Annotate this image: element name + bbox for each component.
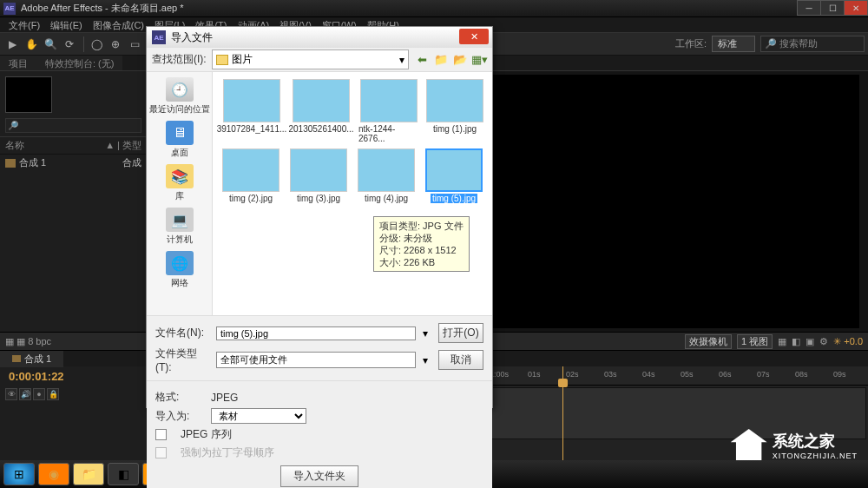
file-item-selected[interactable]: timg (5).jpg bbox=[423, 148, 485, 203]
col-name[interactable]: 名称 bbox=[5, 139, 105, 152]
project-item-name: 合成 1 bbox=[19, 156, 46, 169]
filetype-label: 文件类型(T): bbox=[155, 346, 211, 373]
dialog-titlebar[interactable]: AE 导入文件 ✕ bbox=[147, 27, 492, 48]
search-help-input[interactable]: 🔎 搜索帮助 bbox=[760, 36, 865, 52]
taskbar-explorer[interactable]: 📁 bbox=[73, 463, 104, 485]
jpeg-sequence-label: JPEG 序列 bbox=[181, 427, 232, 442]
grid-icon[interactable]: ▦ bbox=[778, 336, 786, 347]
app-title: Adobe After Effects - 未命名项目.aep * bbox=[21, 2, 184, 15]
dialog-body: 🕘最近访问的位置 🖥桌面 📚库 💻计算机 🌐网络 39107284_1411..… bbox=[147, 72, 492, 315]
filetype-dd-icon[interactable]: ▾ bbox=[423, 354, 428, 366]
folder-dropdown[interactable]: 图片 ▾ bbox=[212, 49, 409, 69]
time-ruler[interactable]: 1:00s 01s 02s 03s 04s 05s 06s 07s 08s 09… bbox=[486, 366, 868, 386]
audio-icon[interactable]: 🔊 bbox=[19, 388, 31, 400]
view-menu-icon[interactable]: ▦▾ bbox=[471, 52, 487, 68]
force-alpha-checkbox[interactable] bbox=[155, 447, 167, 458]
file-item[interactable]: timg (4).jpg bbox=[355, 148, 418, 203]
hand-tool[interactable]: ✋ bbox=[23, 36, 40, 53]
dropdown-arrow-icon: ▾ bbox=[399, 54, 404, 66]
taskbar-app-1[interactable]: ◉ bbox=[38, 463, 69, 485]
format-label: 格式: bbox=[155, 390, 202, 405]
project-tab[interactable]: 项目 bbox=[0, 56, 36, 70]
workspace-label: 工作区: bbox=[675, 37, 707, 50]
shape-tool[interactable]: ▭ bbox=[126, 36, 143, 53]
filename-input[interactable]: timg (5).jpg bbox=[216, 326, 416, 340]
camera-tool[interactable]: ◯ bbox=[88, 36, 105, 53]
effects-tab[interactable]: 特效控制台: (无) bbox=[36, 56, 122, 70]
window-buttons bbox=[798, 0, 868, 16]
back-icon[interactable]: ⬅ bbox=[414, 52, 430, 68]
project-columns: 名称 ▲ | 类型 bbox=[0, 136, 147, 155]
alpha-icon[interactable]: ◧ bbox=[792, 336, 800, 347]
bpc-indicator[interactable]: ▦ ▦ 8 bpc bbox=[5, 336, 51, 347]
file-item[interactable]: 39107284_1411... bbox=[220, 79, 284, 143]
exposure-value[interactable]: ✳ +0.0 bbox=[833, 336, 863, 347]
file-item[interactable]: ntk-1244-2676... bbox=[358, 79, 419, 143]
menu-edit[interactable]: 编辑(E) bbox=[45, 17, 88, 32]
place-desktop[interactable]: 🖥桌面 bbox=[164, 119, 195, 161]
camera-dropdown[interactable]: 效摄像机 bbox=[685, 334, 732, 349]
workspace-switcher: 工作区: 标准 🔎 搜索帮助 bbox=[675, 36, 865, 52]
workspace-dropdown[interactable]: 标准 bbox=[712, 36, 755, 52]
jpeg-sequence-checkbox[interactable] bbox=[155, 429, 167, 440]
file-item[interactable]: timg (1).jpg bbox=[424, 79, 485, 143]
place-library[interactable]: 📚库 bbox=[164, 162, 195, 204]
import-folder-button[interactable]: 导入文件夹 bbox=[280, 465, 358, 487]
place-recent[interactable]: 🕘最近访问的位置 bbox=[148, 76, 212, 117]
new-folder-icon[interactable]: 📂 bbox=[452, 52, 468, 68]
file-grid[interactable]: 39107284_1411... 201305261400... ntk-124… bbox=[213, 72, 492, 315]
comp-thumbnail[interactable] bbox=[5, 76, 52, 113]
folder-name: 图片 bbox=[232, 52, 253, 67]
app-titlebar: AE Adobe After Effects - 未命名项目.aep * bbox=[0, 0, 868, 17]
importas-dropdown[interactable]: 素材 bbox=[211, 408, 306, 424]
maximize-button[interactable] bbox=[820, 0, 845, 16]
filetype-dropdown[interactable]: 全部可使用文件 bbox=[216, 352, 416, 368]
filename-dd-icon[interactable]: ▾ bbox=[423, 327, 428, 340]
cancel-button[interactable]: 取消 bbox=[438, 350, 483, 370]
file-tooltip: 项目类型: JPG 文件 分级: 未分级 尺寸: 2268 x 1512 大小:… bbox=[373, 216, 470, 272]
up-folder-icon[interactable]: 📁 bbox=[433, 52, 449, 68]
solo-icon[interactable]: ● bbox=[33, 388, 45, 400]
open-button[interactable]: 打开(O) bbox=[438, 323, 483, 343]
selection-tool[interactable]: ▶ bbox=[3, 36, 21, 53]
col-type[interactable]: ▲ | 类型 bbox=[105, 139, 141, 152]
mask-icon[interactable]: ▣ bbox=[806, 336, 814, 347]
settings-icon[interactable]: ⚙ bbox=[819, 336, 828, 347]
menu-file[interactable]: 文件(F) bbox=[3, 17, 45, 32]
taskbar-app-2[interactable]: ◧ bbox=[108, 463, 139, 485]
tick: 04s bbox=[642, 370, 655, 379]
zoom-tool[interactable]: 🔍 bbox=[42, 36, 59, 53]
force-alpha-label: 强制为拉丁字母顺序 bbox=[181, 445, 274, 460]
tick: 07s bbox=[757, 370, 770, 379]
tick: 09s bbox=[833, 370, 846, 379]
minimize-button[interactable] bbox=[797, 0, 821, 16]
watermark-logo-icon bbox=[731, 429, 767, 462]
project-search[interactable]: 🔎 bbox=[5, 118, 141, 133]
project-item-comp1[interactable]: 合成 1 合成 bbox=[0, 155, 147, 171]
rotate-tool[interactable]: ⟳ bbox=[61, 36, 78, 53]
timeline-comp-tab[interactable]: 合成 1 bbox=[0, 351, 63, 367]
eye-icon[interactable]: 👁 bbox=[5, 388, 17, 400]
anchor-tool[interactable]: ⊕ bbox=[107, 36, 124, 53]
importas-label: 导入为: bbox=[155, 409, 202, 424]
menu-composition[interactable]: 图像合成(C) bbox=[88, 17, 149, 32]
file-item[interactable]: timg (3).jpg bbox=[287, 148, 350, 203]
dialog-file-fields: 文件名(N): timg (5).jpg ▾ 打开(O) 文件类型(T): 全部… bbox=[147, 315, 492, 380]
app-icon: AE bbox=[3, 3, 16, 15]
views-dropdown[interactable]: 1 视图 bbox=[737, 334, 773, 349]
place-computer[interactable]: 💻计算机 bbox=[164, 206, 195, 247]
timeline-comp-label: 合成 1 bbox=[24, 353, 51, 366]
project-panel: 🔎 名称 ▲ | 类型 合成 1 合成 bbox=[0, 71, 148, 332]
lookin-label: 查找范围(I): bbox=[152, 52, 207, 67]
dialog-format-section: 格式:JPEG 导入为: 素材 JPEG 序列 强制为拉丁字母顺序 导入文件夹 bbox=[147, 380, 492, 488]
file-item[interactable]: timg (2).jpg bbox=[220, 148, 282, 203]
start-button[interactable]: ⊞ bbox=[3, 463, 35, 485]
close-app-button[interactable] bbox=[844, 0, 868, 16]
dialog-close-button[interactable]: ✕ bbox=[459, 29, 489, 44]
file-item[interactable]: 201305261400... bbox=[289, 79, 353, 143]
watermark: 系统之家 XITONGZHIJIA.NET bbox=[731, 429, 858, 462]
comp-icon bbox=[12, 355, 21, 362]
place-network[interactable]: 🌐网络 bbox=[164, 249, 195, 291]
lock-icon[interactable]: 🔒 bbox=[47, 388, 59, 400]
dialog-toolbar: 查找范围(I): 图片 ▾ ⬅ 📁 📂 ▦▾ bbox=[147, 48, 492, 72]
